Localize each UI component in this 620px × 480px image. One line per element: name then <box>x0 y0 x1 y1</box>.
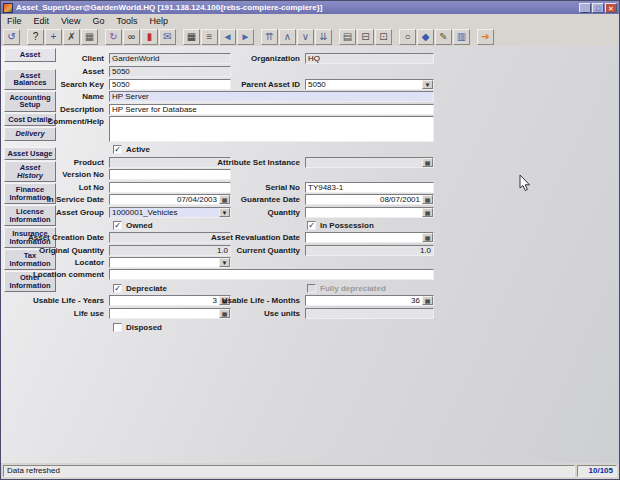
calendar-button[interactable]: ▦ <box>219 195 230 204</box>
asset-field: 5050 <box>109 66 231 77</box>
asset-group-label: Asset Group <box>56 208 104 217</box>
zoom-across-button[interactable]: ○ <box>399 29 416 45</box>
usable-life-years-label: Usable Life - Years <box>33 296 104 305</box>
check-requests-button[interactable]: ✎ <box>435 29 452 45</box>
grid-toggle-icon: ▦ <box>187 32 196 42</box>
locator-select[interactable]: ▼ <box>109 257 231 268</box>
disposed-checkbox[interactable] <box>113 323 122 332</box>
title-bar[interactable]: Asset_SuperUser@GardenWorld.HQ [191.138.… <box>1 1 619 14</box>
version-no-input[interactable] <box>109 169 231 180</box>
dropdown-arrow-icon[interactable]: ▼ <box>219 258 230 267</box>
last-record-button[interactable]: ⇊ <box>315 29 332 45</box>
comment-help-input[interactable] <box>109 116 434 142</box>
status-message: Data refreshed <box>3 465 575 477</box>
minimize-button[interactable]: _ <box>579 3 591 13</box>
calculator-button[interactable]: ▦ <box>219 309 230 318</box>
search-key-label: Search Key <box>60 80 104 89</box>
calendar-button[interactable]: ▦ <box>422 195 433 204</box>
refresh-button[interactable]: ↻ <box>105 29 122 45</box>
description-label: Description <box>60 105 104 114</box>
toolbar: ↺?+✗▦↻∞▮✉▦≡◄►⇈∧∨⇊▤⊟⊡○◆✎▥➔ <box>1 27 619 46</box>
delete-record-button[interactable]: ✗ <box>63 29 80 45</box>
lot-no-label: Lot No <box>79 183 104 192</box>
save-button[interactable]: ▦ <box>81 29 98 45</box>
menu-file[interactable]: File <box>1 16 28 26</box>
life-use-input[interactable]: ▦ <box>109 308 231 319</box>
previous-record-button[interactable]: ∧ <box>279 29 296 45</box>
original-quantity-label: Original Quantity <box>39 246 104 255</box>
end-window-icon: ➔ <box>481 32 489 42</box>
disposed-label: Disposed <box>126 323 162 332</box>
usable-life-months-input[interactable]: 36 ▦ <box>305 295 434 306</box>
description-input[interactable]: HP Server for Database <box>109 104 434 115</box>
content-area: AssetAsset BalancesAccounting SetupCost … <box>1 46 619 465</box>
version-no-label: Version No <box>62 170 104 179</box>
form-row: Asset 5050 <box>1 66 619 78</box>
close-button[interactable]: ✕ <box>605 3 617 13</box>
grid-toggle-button[interactable]: ▦ <box>183 29 200 45</box>
active-checkbox[interactable]: ✓ <box>113 145 122 154</box>
original-quantity-field: 1.0 <box>109 245 231 256</box>
asset-group-select[interactable]: 1000001_Vehicles ▼ <box>109 207 231 218</box>
dropdown-arrow-icon[interactable]: ▼ <box>219 208 230 217</box>
menu-lookup-icon: ≡ <box>207 32 213 42</box>
menu-go[interactable]: Go <box>86 16 110 26</box>
menu-view[interactable]: View <box>55 16 86 26</box>
use-units-field <box>305 308 434 319</box>
usable-life-months-label: Usable Life - Months <box>222 296 300 305</box>
attribute-set-instance-label: Attribute Set Instance <box>217 158 300 167</box>
form-row: Asset Group 1000001_Vehicles ▼ Quantity … <box>1 207 619 219</box>
end-window-button[interactable]: ➔ <box>477 29 494 45</box>
calculator-button[interactable]: ▦ <box>422 208 433 217</box>
history-button[interactable]: ▮ <box>141 29 158 45</box>
search-key-input[interactable]: 5050 <box>109 79 231 90</box>
next-record-button[interactable]: ∨ <box>297 29 314 45</box>
location-comment-input[interactable] <box>109 269 434 280</box>
help-button[interactable]: ? <box>27 29 44 45</box>
menu-help[interactable]: Help <box>143 16 174 26</box>
asset-revaluation-date-input[interactable]: ▦ <box>305 232 434 243</box>
form-row: Disposed <box>1 322 619 334</box>
form-row: ✓ Owned ✓ In Possession <box>1 220 619 232</box>
calculator-button[interactable]: ▦ <box>422 296 433 305</box>
detail-record-button[interactable]: ► <box>237 29 254 45</box>
app-window: Asset_SuperUser@GardenWorld.HQ [191.138.… <box>0 0 620 480</box>
product-info-button[interactable]: ▥ <box>453 29 470 45</box>
dropdown-arrow-icon[interactable]: ▼ <box>422 80 433 89</box>
attribute-set-button[interactable]: ▦ <box>422 158 433 167</box>
calendar-button[interactable]: ▦ <box>422 233 433 242</box>
maximize-button[interactable]: □ <box>592 3 604 13</box>
workflow-button[interactable]: ◆ <box>417 29 434 45</box>
depreciate-checkbox[interactable]: ✓ <box>113 284 122 293</box>
serial-no-input[interactable]: TY9483-1 <box>305 182 434 193</box>
in-service-date-input[interactable]: 07/04/2003 ▦ <box>109 194 231 205</box>
menu-tools[interactable]: Tools <box>110 16 143 26</box>
form-row: Usable Life - Years 3 ▦ Usable Life - Mo… <box>1 295 619 307</box>
form-row: Asset Creation Date Asset Revaluation Da… <box>1 232 619 244</box>
menu-edit[interactable]: Edit <box>28 16 56 26</box>
menu-lookup-button[interactable]: ≡ <box>201 29 218 45</box>
parent-asset-id-select[interactable]: 5050 ▼ <box>305 79 434 90</box>
guarantee-date-input[interactable]: 08/07/2001 ▦ <box>305 194 434 205</box>
first-record-button[interactable]: ⇈ <box>261 29 278 45</box>
report-button[interactable]: ▤ <box>339 29 356 45</box>
usable-life-years-input[interactable]: 3 ▦ <box>109 295 231 306</box>
ignore-button[interactable]: ↺ <box>3 29 20 45</box>
parent-record-button[interactable]: ◄ <box>219 29 236 45</box>
new-record-button[interactable]: + <box>45 29 62 45</box>
fully-depreciated-checkbox <box>307 284 316 293</box>
in-possession-checkbox[interactable]: ✓ <box>307 221 316 230</box>
previous-record-icon: ∧ <box>284 32 291 42</box>
find-button[interactable]: ∞ <box>123 29 140 45</box>
owned-checkbox[interactable]: ✓ <box>113 221 122 230</box>
asset-form: Client GardenWorld Organization HQ Asset… <box>1 46 619 465</box>
archive-button[interactable]: ⊟ <box>357 29 374 45</box>
name-input[interactable]: HP Server <box>109 91 434 102</box>
print-button[interactable]: ⊡ <box>375 29 392 45</box>
quantity-input[interactable]: ▦ <box>305 207 434 218</box>
form-row: Comment/Help <box>1 116 619 144</box>
parent-record-icon: ◄ <box>223 32 233 42</box>
lot-no-input[interactable] <box>109 182 231 193</box>
asset-revaluation-date-label: Asset Revaluation Date <box>211 233 300 242</box>
attachment-button[interactable]: ✉ <box>159 29 176 45</box>
